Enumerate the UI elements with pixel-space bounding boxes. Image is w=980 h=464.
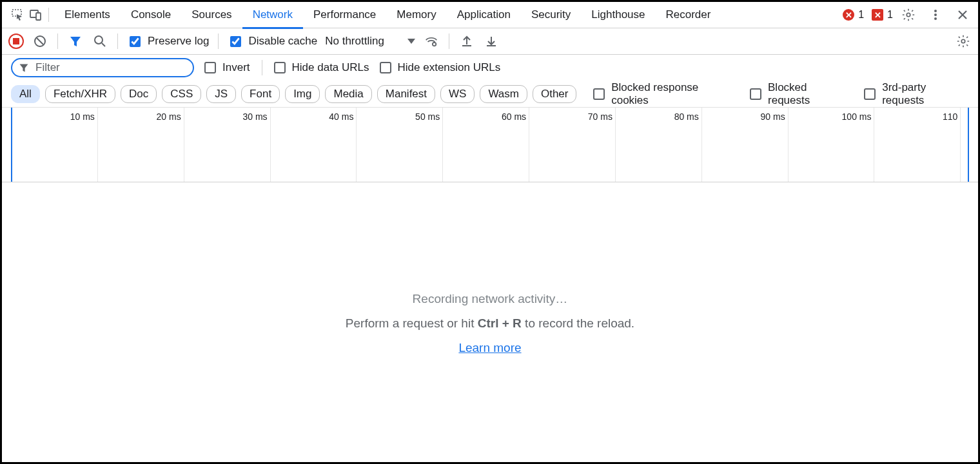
checkbox-box: [380, 62, 391, 73]
timeline-tick: 80 ms: [674, 111, 701, 122]
timeline-tick: 30 ms: [242, 111, 270, 122]
kebab-menu-icon[interactable]: [926, 6, 945, 24]
filter-input[interactable]: [34, 61, 186, 75]
timeline-gridline: [270, 108, 271, 182]
third-party-requests-checkbox[interactable]: 3rd-party requests: [864, 81, 969, 107]
filter-pill-fetch-xhr[interactable]: Fetch/XHR: [45, 85, 115, 103]
filter-pill-js[interactable]: JS: [206, 85, 236, 103]
download-har-icon[interactable]: [483, 33, 500, 50]
device-toolbar-icon[interactable]: [26, 6, 44, 24]
timeline-tick: 10 ms: [70, 111, 97, 122]
divider: [262, 60, 262, 75]
right-icons: [899, 6, 972, 24]
timeline-gridline: [701, 108, 702, 182]
timeline-overview[interactable]: 10 ms20 ms30 ms40 ms50 ms60 ms70 ms80 ms…: [2, 108, 978, 182]
filter-pill-doc[interactable]: Doc: [121, 85, 157, 103]
checkbox-box: [593, 88, 605, 100]
svg-point-10: [961, 39, 965, 43]
clear-icon[interactable]: [32, 33, 48, 50]
tab-security[interactable]: Security: [521, 2, 581, 28]
filter-pill-font[interactable]: Font: [241, 85, 280, 103]
tab-lighthouse[interactable]: Lighthouse: [581, 2, 655, 28]
third-party-requests-label: 3rd-party requests: [882, 81, 969, 107]
invert-checkbox[interactable]: Invert: [204, 61, 250, 74]
filter-input-wrap[interactable]: [11, 58, 194, 77]
empty-hint: Perform a request or hit Ctrl + R to rec…: [346, 316, 634, 331]
error-count[interactable]: ✕ 1: [843, 9, 864, 21]
tab-elements[interactable]: Elements: [54, 2, 121, 28]
blocked-requests-checkbox[interactable]: Blocked requests: [750, 81, 850, 107]
throttling-value: No throttling: [325, 35, 384, 48]
hide-data-urls-checkbox[interactable]: Hide data URLs: [274, 61, 369, 74]
preserve-log-label: Preserve log: [148, 35, 209, 48]
gear-icon[interactable]: [899, 6, 917, 24]
settings-gear-icon[interactable]: [955, 33, 972, 50]
checkbox-box: [750, 88, 761, 100]
filter-pill-ws[interactable]: WS: [440, 85, 475, 103]
svg-point-8: [95, 36, 103, 44]
error-count-value: 1: [858, 9, 864, 21]
hide-extension-urls-checkbox[interactable]: Hide extension URLs: [380, 61, 501, 74]
timeline-gridline: [529, 108, 529, 182]
timeline-gridline: [97, 108, 98, 182]
request-type-filter-row: AllFetch/XHRDocCSSJSFontImgMediaManifest…: [2, 81, 978, 108]
hint-shortcut: Ctrl + R: [478, 316, 522, 330]
funnel-icon: [19, 63, 29, 73]
svg-point-5: [934, 14, 937, 16]
timeline-tick: 110: [943, 111, 960, 122]
hint-suffix: to record the reload.: [522, 316, 634, 330]
invert-label: Invert: [222, 61, 250, 74]
blocked-requests-label: Blocked requests: [768, 81, 850, 107]
record-button[interactable]: [8, 34, 24, 49]
tab-performance[interactable]: Performance: [303, 2, 386, 28]
disable-cache-label: Disable cache: [248, 35, 317, 48]
filter-pill-all[interactable]: All: [11, 85, 40, 103]
svg-point-4: [934, 10, 937, 12]
empty-title: Recording network activity…: [413, 292, 568, 306]
divider: [48, 8, 49, 22]
filter-pill-media[interactable]: Media: [325, 85, 371, 103]
divider: [117, 34, 118, 49]
filter-toggle-icon[interactable]: [67, 33, 84, 50]
hint-prefix: Perform a request or hit: [346, 316, 478, 330]
timeline-tick: 20 ms: [157, 111, 184, 122]
tab-memory[interactable]: Memory: [386, 2, 446, 28]
checkbox-box: [864, 88, 876, 100]
upload-har-icon[interactable]: [458, 33, 475, 50]
issue-count-value: 1: [887, 9, 893, 21]
filter-pill-other[interactable]: Other: [533, 85, 577, 103]
hide-extension-urls-label: Hide extension URLs: [398, 61, 501, 74]
status-counts: ✕ 1 ✕ 1: [843, 9, 893, 21]
filter-pill-img[interactable]: Img: [285, 85, 320, 103]
preserve-log-input[interactable]: [130, 36, 141, 47]
filter-pill-wasm[interactable]: Wasm: [480, 85, 527, 103]
disable-cache-checkbox[interactable]: Disable cache: [228, 34, 317, 49]
svg-rect-2: [36, 13, 41, 20]
network-conditions-icon[interactable]: [423, 33, 440, 50]
empty-state: Recording network activity… Perform a re…: [0, 182, 980, 464]
filter-pill-manifest[interactable]: Manifest: [377, 85, 435, 103]
svg-point-3: [906, 13, 910, 17]
timeline-gridline: [442, 108, 443, 182]
search-icon[interactable]: [92, 33, 108, 50]
filter-pill-css[interactable]: CSS: [162, 85, 201, 103]
throttling-select[interactable]: No throttling: [325, 35, 415, 48]
checkbox-box: [204, 62, 216, 73]
chevron-down-icon: [407, 39, 415, 44]
blocked-response-cookies-checkbox[interactable]: Blocked response cookies: [593, 81, 736, 107]
divider: [449, 34, 449, 49]
divider: [57, 34, 58, 49]
disable-cache-input[interactable]: [230, 36, 241, 47]
tab-application[interactable]: Application: [447, 2, 521, 28]
timeline-tick: 60 ms: [502, 111, 529, 122]
issue-count[interactable]: ✕ 1: [872, 9, 893, 21]
inspect-element-icon[interactable]: [8, 6, 26, 24]
tab-recorder[interactable]: Recorder: [656, 2, 721, 28]
preserve-log-checkbox[interactable]: Preserve log: [127, 34, 209, 49]
close-icon[interactable]: [954, 6, 972, 24]
tab-network[interactable]: Network: [242, 2, 303, 28]
timeline-gridline: [788, 108, 789, 182]
tab-sources[interactable]: Sources: [181, 2, 242, 28]
tab-console[interactable]: Console: [121, 2, 181, 28]
learn-more-link[interactable]: Learn more: [458, 341, 521, 355]
